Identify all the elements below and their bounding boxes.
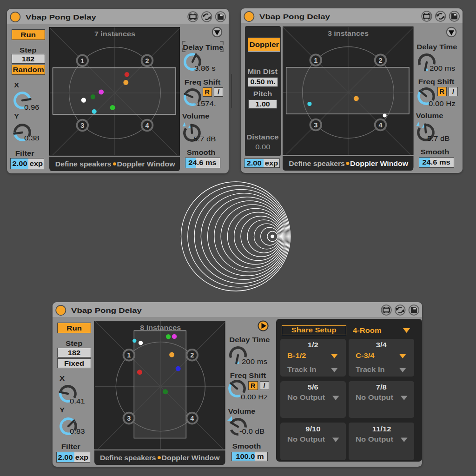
svg-text:4: 4 (145, 121, 149, 129)
svg-text:3: 3 (314, 121, 318, 128)
svg-text:4: 4 (190, 415, 194, 422)
svg-text:Doppler Window: Doppler Window (162, 454, 220, 462)
svg-text:Doppler Window: Doppler Window (350, 159, 409, 167)
svg-text:Define speakers: Define speakers (100, 454, 156, 462)
svg-text:3: 3 (80, 121, 84, 129)
svg-text:2: 2 (145, 57, 149, 64)
svg-text:4: 4 (379, 121, 383, 128)
svg-text:1: 1 (127, 351, 131, 359)
svg-text:7 instances: 7 instances (94, 30, 135, 37)
svg-text:1: 1 (80, 57, 84, 64)
svg-text:2: 2 (379, 56, 383, 64)
svg-text:3: 3 (127, 415, 131, 422)
svg-text:1: 1 (314, 56, 318, 64)
svg-text:Define speakers: Define speakers (55, 160, 111, 167)
svg-text:3 instances: 3 instances (328, 29, 369, 37)
svg-text:Doppler Window: Doppler Window (117, 160, 175, 167)
svg-text:2: 2 (190, 351, 194, 359)
svg-text:8 instances: 8 instances (140, 324, 181, 331)
svg-text:Define speakers: Define speakers (289, 159, 345, 167)
